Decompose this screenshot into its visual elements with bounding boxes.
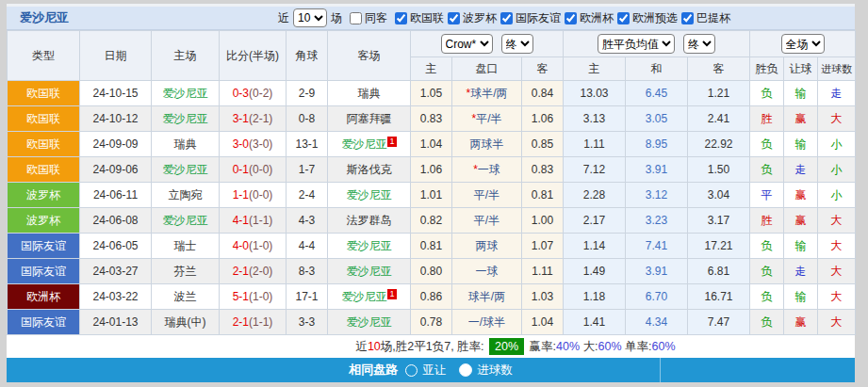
bookmaker-select[interactable]: Crow* bbox=[441, 34, 493, 54]
bookmaker-select-group: Crow* 终 bbox=[411, 31, 564, 57]
radio-icon[interactable] bbox=[405, 364, 418, 377]
league-filter-option[interactable]: 欧国联 bbox=[391, 10, 444, 26]
avg-home-cell: 1.11 bbox=[564, 132, 626, 157]
league-badge: 波罗杯 bbox=[8, 183, 80, 208]
fulltime-score: 1-1 bbox=[233, 188, 249, 202]
table-row: 波罗杯24-06-08爱沙尼亚4-1(1-1)4-3法罗群岛0.82平/半1.0… bbox=[8, 208, 856, 234]
avg-status-select[interactable]: 终 bbox=[683, 34, 715, 54]
league-filter-option[interactable]: 欧洲预选 bbox=[614, 10, 678, 26]
avg-away-cell: 1.21 bbox=[688, 81, 750, 106]
odds-away-cell: 0.81 bbox=[522, 183, 564, 208]
trend-radio-option[interactable]: 进球数 bbox=[459, 363, 513, 379]
date-cell: 24-09-06 bbox=[80, 157, 152, 183]
home-team[interactable]: 瑞士 bbox=[152, 234, 220, 259]
single-rate-value: 60% bbox=[652, 340, 676, 353]
odds-away-cell: 1.04 bbox=[522, 310, 564, 335]
home-team[interactable]: 爱沙尼亚 bbox=[152, 81, 220, 106]
away-team[interactable]: 法罗群岛 bbox=[328, 208, 411, 234]
home-team[interactable]: 瑞典(中) bbox=[152, 310, 220, 335]
away-team[interactable]: 瑞典 bbox=[328, 81, 411, 106]
col-header-date: 日期 bbox=[80, 31, 152, 81]
handicap-line-cell: 两球半 bbox=[452, 132, 522, 157]
home-team[interactable]: 爱沙尼亚 bbox=[152, 106, 220, 132]
handicap-line-cell: 两球 bbox=[452, 234, 522, 259]
handicap-rate-value: 40% bbox=[556, 340, 580, 353]
handicap-result-cell: 走 bbox=[784, 259, 818, 284]
scope-select[interactable]: 全场 bbox=[781, 34, 825, 54]
table-row: 欧国联24-10-12爱沙尼亚3-1(2-1)0-8阿塞拜疆0.83*平/半1.… bbox=[8, 106, 856, 132]
odds-home-cell: 1.05 bbox=[411, 81, 452, 106]
away-team[interactable]: 爱沙尼亚 bbox=[328, 310, 411, 335]
handicap-rate-label: 赢率: bbox=[530, 340, 556, 353]
odds-home-cell: 0.86 bbox=[411, 284, 452, 310]
avg-home-cell: 1.49 bbox=[564, 259, 626, 284]
date-cell: 24-01-13 bbox=[80, 310, 152, 335]
away-team[interactable]: 爱沙尼亚 bbox=[328, 234, 411, 259]
avg-away-cell: 17.21 bbox=[688, 234, 750, 259]
table-row: 国际友谊24-03-27芬兰2-1(2-0)8-3爱沙尼亚0.80一球1.111… bbox=[8, 259, 856, 284]
summary-record: 场,胜2平1负7, 胜率: bbox=[381, 340, 484, 353]
trend-radio-option[interactable]: 亚让 bbox=[405, 363, 446, 379]
home-team[interactable]: 波兰 bbox=[152, 284, 220, 310]
league-filter-option[interactable]: 巴提杯 bbox=[678, 10, 730, 26]
handicap-line-cell: 平/半 bbox=[452, 208, 522, 234]
avg-select[interactable]: 胜平负均值 bbox=[598, 34, 675, 54]
table-row: 国际友谊24-01-13瑞典(中)2-1(1-1)3-3爱沙尼亚0.78一/球半… bbox=[8, 310, 856, 335]
bookmaker-status-select[interactable]: 终 bbox=[501, 34, 533, 54]
avg-draw-cell: 3.91 bbox=[626, 157, 688, 183]
home-team[interactable]: 爱沙尼亚 bbox=[152, 208, 220, 234]
goals-result-cell: 大 bbox=[818, 259, 856, 284]
same-trend-label: 相同盘路 bbox=[349, 362, 398, 379]
col-header-away: 客场 bbox=[328, 31, 411, 81]
result-cell: 负 bbox=[750, 132, 784, 157]
col-header-corner: 角球 bbox=[287, 31, 328, 81]
recent-label: 近 bbox=[278, 10, 289, 26]
away-team[interactable]: 爱沙尼亚 bbox=[328, 259, 411, 284]
radio-icon[interactable] bbox=[459, 363, 472, 377]
away-team[interactable]: 斯洛伐克 bbox=[328, 157, 411, 183]
recent-count-select[interactable]: 10 bbox=[293, 8, 327, 27]
score-cell: 3-1(2-1) bbox=[220, 106, 287, 132]
table-row: 欧国联24-09-09瑞典3-0(3-0)13-1爱沙尼亚11.04两球半0.8… bbox=[8, 132, 856, 157]
league-filter-checkbox[interactable] bbox=[448, 12, 460, 24]
league-filter-option[interactable]: 国际友谊 bbox=[497, 10, 561, 26]
home-team[interactable]: 爱沙尼亚 bbox=[152, 157, 220, 183]
goals-result-cell: 大 bbox=[818, 234, 856, 259]
odds-away-cell: 0.85 bbox=[522, 132, 564, 157]
page-title: 爱沙尼亚 bbox=[7, 9, 69, 26]
league-filter-label: 巴提杯 bbox=[696, 10, 730, 26]
league-filter-option[interactable]: 波罗杯 bbox=[444, 10, 497, 26]
fulltime-score: 2-1 bbox=[233, 265, 249, 278]
corner-cell: 3-3 bbox=[287, 310, 328, 335]
avg-draw-cell: 3.23 bbox=[626, 208, 688, 234]
away-team[interactable]: 爱沙尼亚1 bbox=[328, 284, 411, 310]
league-filter-checkbox[interactable] bbox=[395, 12, 407, 24]
corner-cell: 4-4 bbox=[287, 234, 328, 259]
halftime-score: (0-0) bbox=[249, 188, 272, 202]
matches-label: 场 bbox=[331, 10, 342, 26]
goals-result-cell: 小 bbox=[818, 157, 856, 183]
league-filter-checkbox[interactable] bbox=[681, 12, 694, 24]
league-badge: 国际友谊 bbox=[8, 234, 80, 259]
handicap-result-cell: 赢 bbox=[784, 106, 818, 132]
home-team[interactable]: 瑞典 bbox=[152, 132, 220, 157]
corner-cell: 4-3 bbox=[287, 208, 328, 234]
league-filter-checkbox[interactable] bbox=[565, 12, 577, 24]
same-away-checkbox[interactable] bbox=[350, 12, 362, 24]
halftime-score: (2-1) bbox=[249, 112, 272, 125]
league-filter-checkbox[interactable] bbox=[617, 12, 630, 24]
same-away-option[interactable]: 同客 bbox=[346, 10, 387, 26]
away-team[interactable]: 爱沙尼亚1 bbox=[328, 132, 411, 157]
avg-away-cell: 6.81 bbox=[688, 259, 750, 284]
odds-home-cell: 0.83 bbox=[411, 106, 452, 132]
away-team[interactable]: 爱沙尼亚 bbox=[328, 183, 411, 208]
home-team[interactable]: 芬兰 bbox=[152, 259, 220, 284]
fulltime-score: 3-1 bbox=[233, 112, 249, 125]
away-team[interactable]: 阿塞拜疆 bbox=[328, 106, 411, 132]
home-team[interactable]: 立陶宛 bbox=[152, 183, 220, 208]
league-filter-checkbox[interactable] bbox=[500, 12, 513, 24]
handicap-result-cell: 走 bbox=[784, 157, 818, 183]
date-cell: 24-10-15 bbox=[80, 81, 152, 106]
league-filter-option[interactable]: 欧洲杯 bbox=[561, 10, 614, 26]
avg-home-cell: 1.14 bbox=[564, 234, 626, 259]
